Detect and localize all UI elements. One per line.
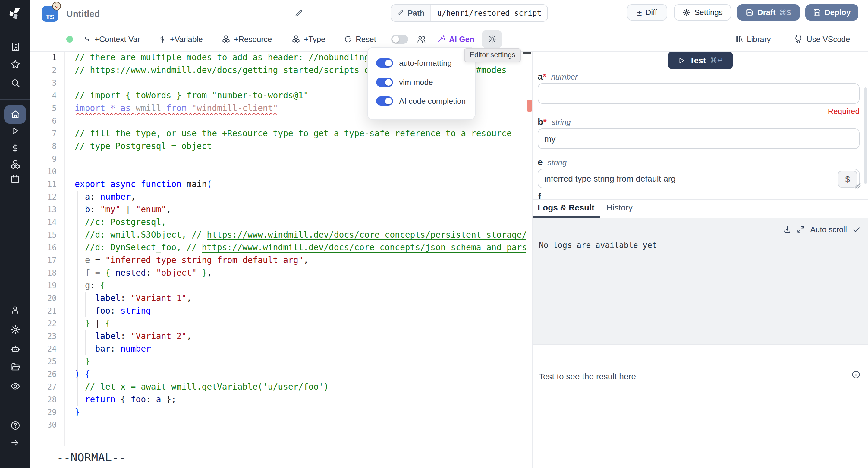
path-label-section: Path bbox=[391, 5, 431, 21]
sidebar-item-search[interactable] bbox=[0, 74, 30, 91]
test-button[interactable]: Test ⌘↵ bbox=[668, 51, 733, 69]
field-e-input[interactable] bbox=[538, 169, 860, 188]
field-a-input[interactable] bbox=[538, 83, 860, 104]
ai-gen-button[interactable]: AI Gen bbox=[437, 34, 474, 43]
sidebar-item-variables[interactable] bbox=[0, 140, 30, 157]
test-panel: Test ⌘↵ a* number Required b* string e s… bbox=[533, 51, 868, 468]
line-number: 22 bbox=[30, 317, 57, 330]
code-line: 22 } | { bbox=[30, 317, 526, 330]
field-f-label-clipped: f bbox=[538, 191, 541, 199]
sidebar-item-workers[interactable] bbox=[0, 340, 30, 357]
dollar-icon bbox=[83, 35, 91, 43]
sidebar-item-favorites[interactable] bbox=[0, 56, 30, 72]
editor-settings-gear-button[interactable] bbox=[482, 30, 502, 48]
form-scrollbar-thumb[interactable] bbox=[864, 87, 867, 184]
code-line: 14 //c: Postgresql, bbox=[30, 216, 526, 229]
expand-icon[interactable] bbox=[797, 226, 805, 233]
line-number: 11 bbox=[30, 178, 57, 191]
refresh-icon bbox=[344, 35, 352, 43]
sidebar-divider bbox=[0, 99, 30, 99]
vim-mode-toggle-row[interactable]: vim mode bbox=[376, 76, 433, 89]
vim-mode-toggle[interactable] bbox=[376, 78, 393, 87]
sidebar-item-runs[interactable] bbox=[0, 122, 30, 139]
test-shortcut: ⌘↵ bbox=[710, 56, 723, 64]
code-line: 24 bar: number bbox=[30, 343, 526, 355]
sidebar-expand-button[interactable] bbox=[0, 434, 30, 451]
use-vscode-button[interactable]: Use VScode bbox=[794, 34, 850, 43]
path-value: u/henri/restored_script bbox=[431, 5, 547, 21]
line-number: 7 bbox=[30, 127, 57, 140]
vim-status: --NORMAL-- bbox=[57, 450, 126, 464]
checkmark-icon[interactable] bbox=[852, 225, 861, 234]
add-variable-button[interactable]: +Variable bbox=[158, 34, 203, 43]
line-number: 15 bbox=[30, 229, 57, 241]
sidebar-item-folders[interactable] bbox=[0, 358, 30, 375]
settings-button[interactable]: Settings bbox=[674, 4, 731, 21]
line-number: 8 bbox=[30, 140, 57, 153]
field-a-label: a* number bbox=[538, 71, 578, 82]
sidebar-item-help[interactable] bbox=[0, 417, 30, 434]
reset-button[interactable]: Reset bbox=[344, 34, 376, 43]
auto-formatting-toggle-row[interactable]: auto-formatting bbox=[376, 56, 452, 69]
code-line: 12 a: number, bbox=[30, 191, 526, 203]
code-line: 16 //d: DynSelect_foo, // https://www.wi… bbox=[30, 241, 526, 254]
code-line: 29} bbox=[30, 406, 526, 418]
tab-logs-result[interactable]: Logs & Result bbox=[538, 203, 594, 212]
line-number: 1 bbox=[30, 51, 57, 64]
overview-ruler-error-mark bbox=[527, 99, 532, 112]
line-number: 10 bbox=[30, 165, 57, 178]
code-line: 30 bbox=[30, 418, 526, 431]
download-icon[interactable] bbox=[783, 225, 792, 234]
header: TS Untitled Path u/henri/restored_script… bbox=[30, 0, 868, 27]
sidebar-item-workspace[interactable] bbox=[0, 38, 30, 55]
status-green-dot bbox=[66, 36, 73, 42]
line-number: 19 bbox=[30, 279, 57, 292]
tab-history[interactable]: History bbox=[607, 203, 632, 212]
sidebar-item-settings[interactable] bbox=[0, 321, 30, 338]
logs-panel: Auto scroll No logs are available yet bbox=[533, 218, 868, 344]
line-number: 30 bbox=[30, 418, 57, 431]
panel-divider bbox=[533, 199, 868, 200]
diff-button[interactable]: ± Diff bbox=[627, 4, 667, 21]
code-line: 21 foo: string bbox=[30, 304, 526, 317]
deploy-button[interactable]: Deploy bbox=[805, 4, 858, 21]
bun-badge-icon bbox=[52, 1, 61, 11]
editor-panel-splitter[interactable] bbox=[526, 51, 526, 468]
collaborators-icon[interactable] bbox=[416, 34, 426, 44]
info-icon[interactable] bbox=[851, 370, 861, 379]
path-widget[interactable]: Path u/henri/restored_script bbox=[391, 4, 548, 22]
save-icon bbox=[746, 8, 754, 16]
line-number: 3 bbox=[30, 77, 57, 89]
sidebar-item-schedules[interactable] bbox=[0, 171, 30, 187]
resize-handle-icon[interactable] bbox=[855, 183, 861, 189]
ai-code-completion-toggle-row[interactable]: AI code completion bbox=[376, 94, 466, 107]
windmill-logo-icon[interactable] bbox=[8, 7, 22, 20]
sidebar-item-home-active[interactable] bbox=[4, 105, 26, 124]
draft-button[interactable]: Draft ⌘S bbox=[737, 4, 800, 21]
add-resource-button[interactable]: +Resource bbox=[222, 34, 272, 43]
code-line: 26) { bbox=[30, 368, 526, 381]
code-line: 23 label: "Variant 2", bbox=[30, 330, 526, 343]
sidebar-item-audit-logs[interactable] bbox=[0, 378, 30, 394]
line-number: 2 bbox=[30, 64, 57, 77]
sidebar-item-resources[interactable] bbox=[0, 155, 30, 173]
line-number: 12 bbox=[30, 191, 57, 203]
field-b-input[interactable] bbox=[538, 128, 860, 149]
sidebar-item-users[interactable] bbox=[0, 301, 30, 318]
add-context-var-button[interactable]: +Context Var bbox=[83, 34, 140, 43]
play-icon bbox=[678, 56, 685, 64]
ai-code-completion-toggle[interactable] bbox=[376, 96, 393, 105]
result-placeholder: Test to see the result here bbox=[539, 372, 636, 381]
insert-variable-dollar-button[interactable]: $ bbox=[838, 171, 857, 187]
code-line: 10 bbox=[30, 165, 526, 178]
add-type-button[interactable]: +Type bbox=[292, 34, 326, 43]
auto-formatting-toggle[interactable] bbox=[376, 58, 393, 67]
line-number: 18 bbox=[30, 267, 57, 279]
required-message: Required bbox=[828, 107, 860, 116]
package-icon bbox=[292, 35, 300, 43]
code-line: 15 //d: wmill.S3Object, // https://www.w… bbox=[30, 229, 526, 241]
library-button[interactable]: Library bbox=[735, 34, 771, 43]
collab-toggle[interactable] bbox=[391, 34, 408, 43]
edit-title-pencil-icon[interactable] bbox=[295, 9, 303, 18]
code-line: 27 // let x = await wmill.getVariable('u… bbox=[30, 381, 526, 393]
